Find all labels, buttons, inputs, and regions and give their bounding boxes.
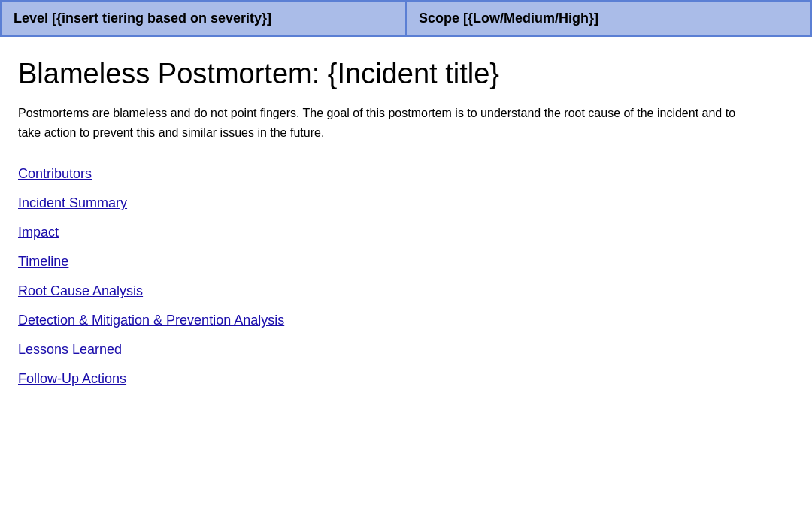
toc-item-timeline: Timeline bbox=[18, 254, 794, 270]
toc-list: Contributors Incident Summary Impact Tim… bbox=[18, 166, 794, 387]
toc-item-impact: Impact bbox=[18, 225, 794, 240]
toc-link-incident-summary[interactable]: Incident Summary bbox=[18, 195, 127, 210]
toc-item-followup: Follow-Up Actions bbox=[18, 371, 794, 387]
description-text: Postmortems are blameless and do not poi… bbox=[18, 104, 755, 142]
page-title: Blameless Postmortem: {Incident title} bbox=[18, 58, 794, 90]
toc-link-lessons[interactable]: Lessons Learned bbox=[18, 342, 122, 357]
toc-link-timeline[interactable]: Timeline bbox=[18, 254, 68, 269]
toc-item-incident-summary: Incident Summary bbox=[18, 195, 794, 211]
toc-item-root-cause: Root Cause Analysis bbox=[18, 283, 794, 299]
content-area: Blameless Postmortem: {Incident title} P… bbox=[0, 37, 812, 405]
header-table: Level [{insert tiering based on severity… bbox=[0, 0, 812, 37]
toc-link-detection[interactable]: Detection & Mitigation & Prevention Anal… bbox=[18, 313, 284, 328]
page-wrapper: Level [{insert tiering based on severity… bbox=[0, 0, 812, 405]
toc-link-impact[interactable]: Impact bbox=[18, 225, 59, 240]
toc-link-root-cause[interactable]: Root Cause Analysis bbox=[18, 283, 143, 298]
toc-item-detection: Detection & Mitigation & Prevention Anal… bbox=[18, 313, 794, 328]
scope-cell: Scope [{Low/Medium/High}] bbox=[406, 1, 811, 36]
toc-link-followup[interactable]: Follow-Up Actions bbox=[18, 371, 126, 386]
toc-item-contributors: Contributors bbox=[18, 166, 794, 182]
scope-label: Scope [{Low/Medium/High}] bbox=[419, 11, 598, 26]
toc-item-lessons: Lessons Learned bbox=[18, 342, 794, 358]
toc-link-contributors[interactable]: Contributors bbox=[18, 166, 92, 181]
level-label: Level [{insert tiering based on severity… bbox=[14, 11, 271, 26]
level-cell: Level [{insert tiering based on severity… bbox=[1, 1, 406, 36]
